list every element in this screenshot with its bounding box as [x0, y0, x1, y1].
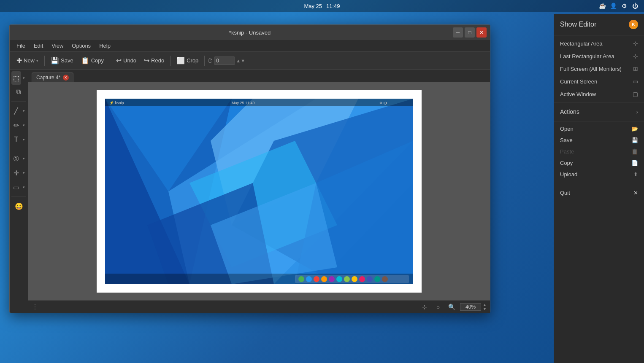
action-save[interactable]: Save 💾	[554, 134, 644, 146]
undo-button[interactable]: ↩ Undo	[113, 55, 140, 66]
select-tool-dropdown[interactable]: ▾	[22, 74, 26, 82]
tab-close-button[interactable]: ✕	[63, 75, 69, 81]
upload-icon: ⬆	[633, 171, 638, 177]
maximize-button[interactable]: □	[465, 27, 475, 38]
copy-button[interactable]: 📋 Copy	[78, 55, 107, 66]
taskbar-power-icon[interactable]: ⏻	[631, 2, 639, 10]
new-button[interactable]: ✚ New ▾	[13, 55, 42, 66]
mode-active-window[interactable]: Active Window ▢	[554, 88, 644, 100]
taskbar-coffee-icon[interactable]: ☕	[598, 2, 606, 10]
rectangular-area-icon: ⊹	[633, 40, 638, 47]
taskbar-right: ☕ 👤 ⚙ ⏻	[598, 0, 639, 12]
mode-last-rectangular-area[interactable]: Last Rectangular Area ⊹	[554, 50, 644, 62]
current-screen-icon: ▭	[633, 78, 638, 85]
action-open[interactable]: Open 📂	[554, 123, 644, 134]
tool-row-pen: ✏ ▾	[10, 118, 28, 132]
line-tool-button[interactable]: ╱	[11, 104, 21, 118]
capture-modes-list: Rectangular Area ⊹ Last Rectangular Area…	[554, 37, 644, 100]
text-tool-button[interactable]: T	[11, 133, 21, 146]
taskbar-config-icon[interactable]: ⚙	[620, 2, 628, 10]
active-window-icon: ▢	[633, 91, 638, 97]
menu-file[interactable]: File	[13, 42, 29, 50]
rect-tool-dropdown[interactable]: ▾	[22, 183, 26, 191]
taskbar-user-icon[interactable]: 👤	[609, 2, 617, 10]
menu-view[interactable]: View	[48, 42, 67, 50]
redo-button[interactable]: ↪ Redo	[141, 55, 168, 66]
zoom-steppers: ▲ ▼	[483, 303, 487, 311]
status-dots-icon[interactable]: ⋮	[32, 303, 38, 311]
svg-point-21	[329, 276, 335, 282]
taskbar: May 25 11:49 ☕ 👤 ⚙ ⏻	[0, 0, 644, 12]
timer-input[interactable]	[214, 56, 235, 65]
paste-label: Paste	[560, 148, 574, 155]
quit-button[interactable]: Quit ✕	[554, 186, 644, 200]
zoom-input[interactable]	[460, 303, 481, 311]
menu-help[interactable]: Help	[96, 42, 114, 50]
title-bar: *ksnip - Unsaved ─ □ ✕	[10, 25, 490, 40]
zoom-down-button[interactable]: ▼	[483, 307, 487, 311]
toolbar-sep-1	[44, 56, 45, 66]
screenshot-image: ⚡ ksnip May 25 11:49 ⚙ ⏻	[105, 99, 413, 284]
tool-row-rect: ▭ ▾	[10, 180, 28, 194]
menu-edit[interactable]: Edit	[30, 42, 46, 50]
panel-divider-4	[554, 182, 644, 182]
menu-bar: File Edit View Options Help	[10, 40, 490, 52]
timer-icon: ⏱	[207, 57, 213, 64]
tool-row-number: ① ▾	[10, 152, 28, 165]
zoom-icon: 🔍	[446, 302, 457, 312]
quit-label: Quit	[560, 190, 570, 196]
tool-row-shape: ✛ ▾	[10, 166, 28, 180]
copy-label: Copy	[91, 57, 104, 64]
minimize-button[interactable]: ─	[453, 27, 463, 38]
svg-point-26	[367, 276, 373, 282]
crop-label: Crop	[187, 57, 198, 64]
svg-point-28	[382, 276, 388, 282]
screenshot-container: ⚡ ksnip May 25 11:49 ⚙ ⏻	[97, 90, 422, 293]
text-tool-dropdown[interactable]: ▾	[22, 135, 26, 144]
pen-tool-button[interactable]: ✏	[11, 118, 21, 132]
actions-label: Actions	[560, 108, 579, 115]
pen-tool-dropdown[interactable]: ▾	[22, 121, 26, 129]
duplicate-tool-button[interactable]: ⧉	[11, 85, 25, 99]
line-tool-dropdown[interactable]: ▾	[22, 107, 26, 115]
shape-tool-button[interactable]: ✛	[11, 166, 21, 180]
tool-group-select: ⬚ ▾ ⧉	[10, 71, 28, 99]
undo-label: Undo	[123, 57, 136, 64]
tab-capture-4[interactable]: Capture 4* ✕	[32, 73, 73, 82]
tool-row-line: ╱ ▾	[10, 104, 28, 118]
save-button[interactable]: 💾 Save	[47, 55, 77, 66]
crop-button[interactable]: ⬜ Crop	[173, 55, 202, 66]
close-button[interactable]: ✕	[476, 27, 487, 38]
new-icon: ✚	[16, 56, 22, 65]
zoom-control: ▲ ▼	[460, 303, 487, 311]
open-label: Open	[560, 126, 574, 132]
shape-tool-dropdown[interactable]: ▾	[22, 169, 26, 177]
select-tool-button[interactable]: ⬚	[11, 71, 21, 85]
mode-full-screen[interactable]: Full Screen (All Monitors) ⊞	[554, 62, 644, 75]
ruler-button[interactable]: ○	[433, 302, 443, 312]
number-tool-button[interactable]: ①	[11, 152, 21, 165]
tabs-area: Capture 4* ✕	[28, 70, 490, 82]
canvas-inner: ⚡ ksnip May 25 11:49 ⚙ ⏻	[28, 82, 490, 300]
action-copy[interactable]: Copy 📄	[554, 157, 644, 169]
save-action-icon: 💾	[631, 137, 638, 143]
menu-options[interactable]: Options	[68, 42, 94, 50]
emoji-tool-button[interactable]: 😀	[12, 199, 26, 213]
save-icon: 💾	[51, 56, 59, 65]
new-label: New	[24, 57, 35, 64]
selection-mode-button[interactable]: ⊹	[419, 302, 430, 312]
svg-point-19	[314, 276, 319, 282]
rect-tool-button[interactable]: ▭	[11, 180, 21, 194]
mode-current-screen[interactable]: Current Screen ▭	[554, 75, 644, 88]
svg-point-24	[352, 276, 357, 282]
actions-section-header[interactable]: Actions ›	[554, 104, 644, 119]
zoom-up-button[interactable]: ▲	[483, 303, 487, 307]
number-tool-dropdown[interactable]: ▾	[22, 154, 26, 163]
copy-icon: 📋	[81, 56, 89, 65]
panel-title-section: Show Editor K	[554, 14, 644, 33]
mode-rectangular-area[interactable]: Rectangular Area ⊹	[554, 37, 644, 50]
paste-icon: 📋	[631, 148, 638, 155]
action-upload[interactable]: Upload ⬆	[554, 169, 644, 180]
title-bar-controls: ─ □ ✕	[453, 25, 487, 40]
desktop-shapes: ⚡ ksnip May 25 11:49 ⚙ ⏻	[105, 99, 413, 284]
